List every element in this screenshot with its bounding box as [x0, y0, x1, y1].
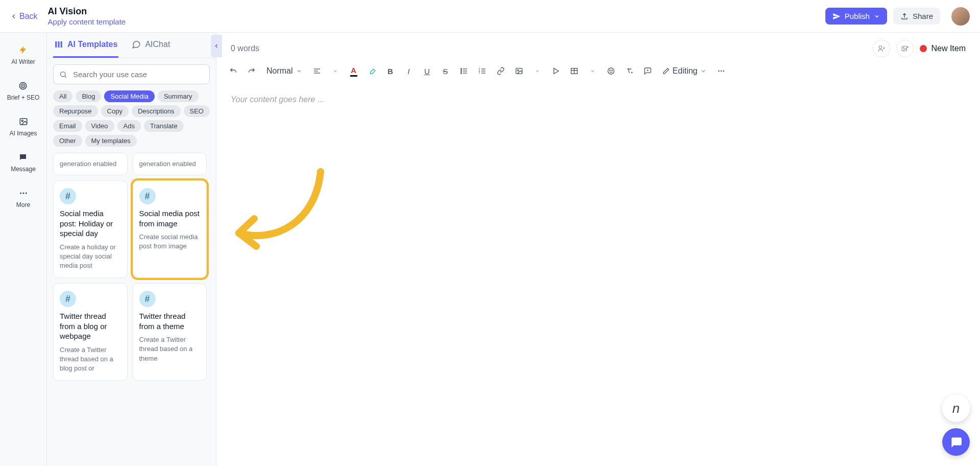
template-card[interactable]: generation enabled — [53, 153, 128, 175]
emoji-button[interactable] — [603, 63, 619, 79]
tab-ai-chat[interactable]: AIChat — [131, 33, 171, 58]
insert-video-button[interactable] — [548, 63, 564, 79]
align-left-icon — [313, 67, 321, 75]
card-title: Twitter thread from a theme — [139, 311, 201, 331]
paragraph-style-select[interactable]: Normal — [262, 64, 306, 78]
new-item-label: New Item — [931, 44, 966, 53]
template-card-post-from-image[interactable]: # Social media post from image Create so… — [133, 180, 207, 278]
rail-label: More — [16, 201, 30, 208]
search-input[interactable] — [53, 64, 210, 84]
chip-descriptions[interactable]: Descriptions — [132, 105, 181, 117]
svg-point-48 — [721, 71, 722, 72]
redo-button[interactable] — [244, 63, 259, 79]
collapse-sidebar-button[interactable] — [211, 35, 222, 57]
chip-repurpose[interactable]: Repurpose — [53, 105, 98, 117]
align-dropdown[interactable] — [328, 63, 343, 79]
cards-scroll[interactable]: generation enabled generation enabled # … — [53, 153, 210, 381]
template-card-holiday[interactable]: # Social media post: Holiday or special … — [53, 180, 128, 278]
table-dropdown[interactable] — [585, 63, 600, 79]
back-button[interactable]: Back — [6, 9, 42, 24]
numbered-list-button[interactable]: 123 — [475, 63, 490, 79]
apply-template-link[interactable]: Apply content template — [48, 17, 126, 26]
italic-icon: I — [407, 67, 409, 76]
bullet-list-button[interactable] — [456, 63, 472, 79]
svg-point-44 — [611, 70, 612, 71]
chip-seo[interactable]: SEO — [184, 105, 210, 117]
numbered-list-icon: 123 — [478, 67, 486, 75]
bold-button[interactable]: B — [383, 63, 398, 79]
sidebar-tabs: AI Templates AIChat — [47, 33, 216, 58]
comment-button[interactable] — [640, 63, 655, 79]
chip-blog[interactable]: Blog — [76, 90, 101, 102]
underline-button[interactable]: U — [420, 63, 435, 79]
chevron-down-icon — [333, 68, 338, 74]
chip-ads[interactable]: Ads — [117, 120, 141, 132]
clear-format-icon — [625, 67, 633, 75]
chip-other[interactable]: Other — [53, 135, 82, 147]
undo-button[interactable] — [226, 63, 241, 79]
highlight-button[interactable] — [364, 63, 380, 79]
topbar: Back AI Vision Apply content template Pu… — [0, 0, 980, 33]
svg-point-43 — [609, 70, 610, 71]
card-desc: generation enabled — [60, 159, 121, 169]
table-icon — [570, 67, 578, 75]
svg-point-7 — [22, 193, 24, 194]
new-item-status[interactable]: New Item — [920, 44, 966, 53]
rail-item-ai-images[interactable]: AI Images — [6, 114, 40, 139]
smile-icon — [607, 67, 615, 75]
more-toolbar-button[interactable] — [714, 63, 729, 79]
sidebar-body: All Blog Social Media Summary Repurpose … — [47, 58, 216, 387]
templates-icon — [54, 40, 63, 49]
publish-button[interactable]: Publish — [825, 8, 887, 25]
floating-actions: n — [942, 394, 970, 456]
chip-copy[interactable]: Copy — [101, 105, 129, 117]
card-desc: Create social media post from image — [139, 232, 201, 251]
undo-icon — [229, 67, 237, 75]
image-dropdown[interactable] — [530, 63, 545, 79]
rail-item-brief-seo[interactable]: Brief + SEO — [4, 79, 43, 103]
rail-item-message[interactable]: Message — [8, 150, 39, 175]
editing-mode-select[interactable]: Editing — [658, 64, 711, 78]
chip-video[interactable]: Video — [85, 120, 114, 132]
template-card[interactable]: generation enabled — [133, 153, 207, 175]
intercom-chat-button[interactable] — [942, 428, 970, 456]
template-cards: generation enabled generation enabled # … — [53, 153, 207, 381]
share-button[interactable]: Share — [893, 8, 940, 25]
tab-ai-templates[interactable]: AI Templates — [53, 33, 118, 58]
add-media-button[interactable] — [896, 40, 914, 57]
svg-text:3: 3 — [478, 72, 480, 74]
chevron-down-icon — [296, 68, 302, 74]
user-avatar[interactable] — [951, 7, 970, 26]
chip-summary[interactable]: Summary — [158, 90, 199, 102]
rail-item-more[interactable]: More — [13, 186, 33, 211]
align-button[interactable] — [309, 63, 325, 79]
editor-content[interactable]: Your content goes here ... — [216, 85, 980, 466]
chip-my-templates[interactable]: My templates — [85, 135, 137, 147]
search-box — [53, 64, 210, 84]
strikethrough-button[interactable]: S — [438, 63, 453, 79]
editor-toolbar: Normal A B I U S 123 Editing — [216, 57, 980, 85]
card-title: Social media post: Holiday or special da… — [60, 208, 121, 239]
text-color-button[interactable]: A — [346, 63, 361, 79]
template-card-twitter-theme[interactable]: # Twitter thread from a theme Create a T… — [133, 283, 207, 381]
target-icon — [18, 81, 28, 91]
rail-item-ai-writer[interactable]: AI Writer — [8, 43, 38, 67]
italic-button[interactable]: I — [401, 63, 416, 79]
svg-marker-38 — [554, 68, 558, 74]
rail-label: Brief + SEO — [7, 94, 40, 101]
link-icon — [497, 67, 505, 75]
chip-email[interactable]: Email — [53, 120, 82, 132]
word-count: 0 words — [231, 44, 259, 53]
chip-translate[interactable]: Translate — [144, 120, 184, 132]
clear-format-button[interactable] — [622, 63, 637, 79]
brand-launcher-button[interactable]: n — [942, 394, 970, 422]
add-collaborator-button[interactable] — [873, 40, 890, 57]
chat-icon — [949, 435, 963, 449]
template-card-twitter-blog[interactable]: # Twitter thread from a blog or webpage … — [53, 283, 128, 381]
insert-table-button[interactable] — [567, 63, 582, 79]
chip-social-media[interactable]: Social Media — [104, 90, 154, 102]
insert-image-button[interactable] — [511, 63, 527, 79]
image-icon — [515, 67, 523, 75]
link-button[interactable] — [493, 63, 508, 79]
chip-all[interactable]: All — [53, 90, 72, 102]
